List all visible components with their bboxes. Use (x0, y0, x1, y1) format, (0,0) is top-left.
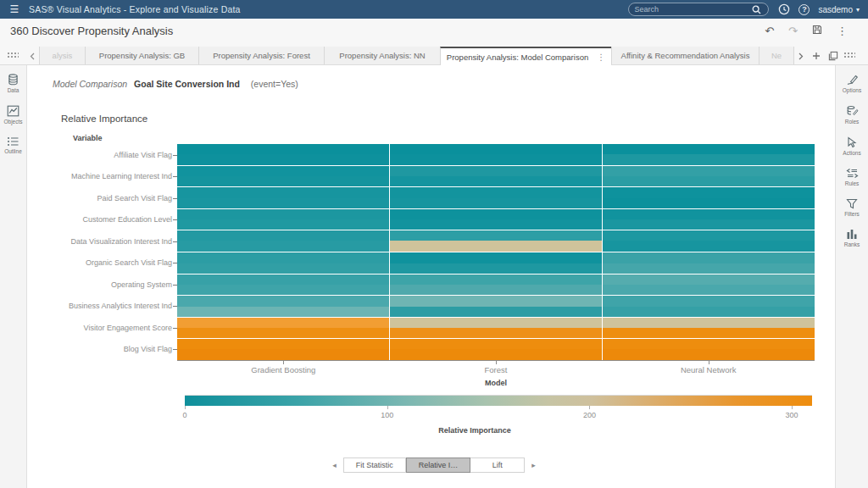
heatmap-cell[interactable] (177, 296, 389, 317)
search-box[interactable] (628, 3, 769, 16)
heatmap-cell[interactable] (177, 144, 389, 165)
history-icon[interactable] (777, 3, 790, 16)
heatmap-cell[interactable] (177, 318, 389, 339)
heatmap-cell[interactable] (390, 318, 602, 339)
object-switcher: ◂ Fit StatisticRelative I…Lift ▸ (0, 457, 868, 474)
tab-1[interactable]: Propensity Analysis: GB (85, 47, 198, 64)
page-tab-bar: alysisPropensity Analysis: GBPropensity … (0, 42, 868, 65)
rail-item-options[interactable]: Options (843, 74, 861, 93)
rail-item-label: Objects (3, 119, 22, 125)
legend-tick-mark (387, 406, 388, 409)
heatmap-cell[interactable] (390, 252, 602, 274)
heatmap-cell[interactable] (603, 230, 815, 252)
duplicate-page-icon[interactable] (825, 47, 842, 64)
rail-item-ranks[interactable]: Ranks (844, 229, 860, 247)
switcher-prev-icon[interactable]: ◂ (326, 461, 343, 469)
tab-0[interactable]: alysis (39, 47, 85, 64)
heatmap-cell[interactable] (177, 209, 389, 230)
heatmap-cell[interactable] (603, 187, 815, 208)
y-tick-label: Organic Search Visit Flag (34, 258, 172, 268)
tab-bar-left-grip[interactable] (7, 52, 19, 58)
x-tick-label: Gradient Boosting (215, 365, 351, 374)
rail-item-label: Filters (844, 211, 860, 217)
heatmap-cell[interactable] (390, 144, 602, 165)
rail-item-filters[interactable]: Filters (844, 198, 860, 217)
heatmap-cell[interactable] (390, 274, 602, 296)
heatmap-cell[interactable] (177, 252, 389, 274)
heatmap-cell[interactable] (390, 296, 602, 317)
heatmap-row (177, 338, 815, 360)
kebab-menu-icon[interactable]: ⋮ (837, 25, 848, 36)
object-event-label: (event=Yes) (251, 79, 298, 89)
heatmap-cell[interactable] (177, 339, 389, 360)
rail-item-label: Rules (845, 180, 860, 186)
ranks-bars-icon (846, 229, 858, 240)
hamburger-menu-icon[interactable]: ☰ (0, 3, 29, 15)
roles-icon (846, 105, 859, 117)
rail-item-objects[interactable]: Objects (3, 105, 22, 125)
heatmap-cell[interactable] (603, 318, 815, 339)
x-tick-label: Neural Network (641, 365, 776, 374)
tab-menu-icon[interactable]: ⋮ (597, 53, 605, 62)
undo-icon[interactable]: ↶ (765, 25, 774, 36)
tab-6[interactable]: Ne (759, 47, 794, 64)
rail-item-actions[interactable]: Actions (843, 136, 860, 156)
tab-2[interactable]: Propensity Analysis: Forest (198, 47, 324, 64)
y-tick-label: Visitor Engagement Score (34, 323, 172, 333)
rail-item-rules[interactable]: Rules (845, 168, 860, 186)
heatmap-cell[interactable] (390, 339, 602, 360)
heatmap-cell[interactable] (603, 339, 815, 360)
y-tick-mark (173, 155, 177, 156)
heatmap-cell[interactable] (177, 230, 389, 252)
tabs-scroll-left-icon[interactable] (25, 47, 39, 64)
options-pencil-icon (846, 74, 859, 86)
heatmap-cell[interactable] (177, 274, 389, 296)
rail-item-data[interactable]: Data (7, 74, 19, 93)
heatmap-cell[interactable] (390, 230, 602, 252)
y-axis-title: Variable (73, 134, 103, 142)
heatmap-row (177, 252, 815, 274)
tab-active[interactable]: Propensity Analysis: Model Comparison⋮ (440, 47, 611, 65)
report-bar: 360 Discover Propensity Analysis ↶ ↷ ⋮ (0, 19, 868, 42)
help-icon[interactable]: ? (798, 4, 810, 15)
y-tick-label: Customer Education Level (34, 214, 172, 225)
search-icon[interactable] (750, 3, 763, 16)
tab-5[interactable]: Affinity & Recommendation Analysis (611, 47, 759, 64)
tab-bar-right-grip[interactable] (843, 52, 855, 58)
tabs-scroll-right-icon[interactable] (794, 47, 808, 64)
heatmap-cell[interactable] (390, 209, 602, 230)
actions-cursor-icon (846, 136, 858, 148)
rail-item-roles[interactable]: Roles (845, 105, 860, 125)
redo-icon[interactable]: ↷ (788, 25, 798, 36)
tab-label: Propensity Analysis: NN (339, 51, 425, 60)
legend-tick-label: 200 (564, 411, 615, 419)
heatmap-cell[interactable] (603, 166, 815, 187)
search-input[interactable] (634, 5, 750, 14)
heatmap-cell[interactable] (603, 296, 815, 317)
tab-3[interactable]: Propensity Analysis: NN (324, 47, 440, 64)
app-bar-right: ? sasdemo ▾ (628, 3, 868, 16)
heatmap-cell[interactable] (603, 144, 815, 165)
heatmap-cell[interactable] (177, 166, 389, 187)
user-menu[interactable]: sasdemo ▾ (818, 5, 860, 14)
heatmap-cell[interactable] (390, 187, 602, 208)
heatmap-plot (177, 144, 815, 360)
save-icon[interactable] (812, 25, 822, 36)
switcher-next-icon[interactable]: ▸ (525, 461, 542, 469)
rail-item-outline[interactable]: Outline (4, 136, 22, 154)
switcher-button-relative-i-[interactable]: Relative I… (406, 458, 471, 473)
add-page-icon[interactable] (808, 47, 825, 64)
legend-tick-mark (185, 406, 186, 409)
user-name: sasdemo (818, 5, 853, 14)
switcher-button-fit-statistic[interactable]: Fit Statistic (343, 458, 406, 473)
heatmap-cell[interactable] (603, 274, 815, 296)
heatmap-cell[interactable] (603, 209, 815, 230)
y-tick-mark (173, 306, 177, 307)
switcher-button-lift[interactable]: Lift (470, 458, 525, 473)
chevron-down-icon: ▾ (856, 6, 860, 14)
tab-list: alysisPropensity Analysis: GBPropensity … (39, 47, 794, 64)
heatmap-cell[interactable] (177, 187, 389, 208)
heatmap-cell[interactable] (603, 252, 815, 274)
heatmap-cell[interactable] (390, 166, 602, 187)
heatmap-row (177, 295, 815, 317)
